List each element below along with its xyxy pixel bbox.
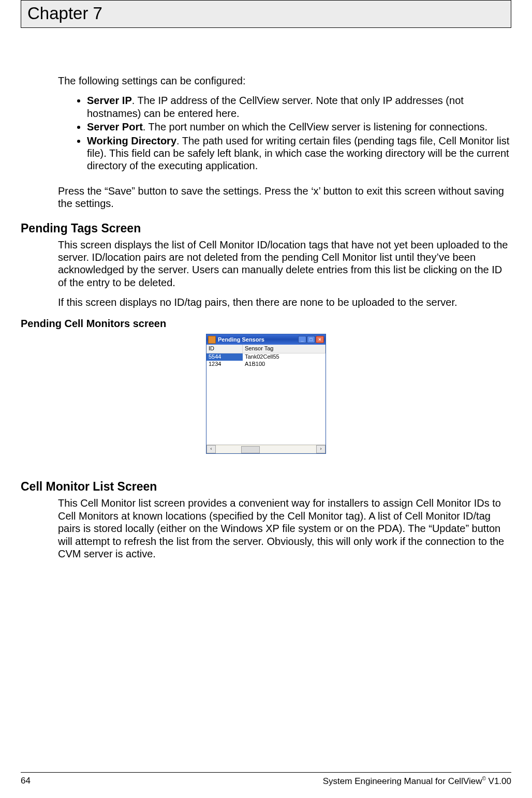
pending-sensors-window: Pending Sensors _ □ × ID Sensor Tag 5544… <box>206 334 326 454</box>
scroll-thumb[interactable] <box>241 446 260 453</box>
horizontal-scrollbar[interactable]: ‹ › <box>206 445 326 453</box>
cellmon-body: This Cell Monitor list screen provides a… <box>58 497 511 560</box>
settings-bullet-list: Server IP. The IP address of the CellVie… <box>58 94 511 172</box>
bullet-label: Server Port <box>87 121 143 132</box>
maximize-button[interactable]: □ <box>307 336 315 343</box>
bullet-label: Server IP <box>87 95 132 106</box>
footer-text-b: V1.00 <box>486 776 511 786</box>
bullet-working-directory: Working Directory. The path used for wri… <box>87 135 511 172</box>
scroll-right-arrow-icon[interactable]: › <box>316 445 326 453</box>
chapter-header-box: Chapter 7 <box>21 0 511 28</box>
bullet-text: . The port number on which the CellView … <box>143 121 487 132</box>
list-column-headers: ID Sensor Tag <box>206 345 326 353</box>
column-header-sensor-tag[interactable]: Sensor Tag <box>243 345 326 353</box>
pending-paragraph-1: This screen displays the list of Cell Mo… <box>58 239 511 289</box>
bullet-server-ip: Server IP. The IP address of the CellVie… <box>87 94 511 120</box>
bullet-text: . The IP address of the CellView server.… <box>87 95 464 119</box>
bullet-server-port: Server Port. The port number on which th… <box>87 121 511 133</box>
minimize-button[interactable]: _ <box>298 336 306 343</box>
window-client-area: ID Sensor Tag 5544 Tank02Cell55 1234 A1B… <box>206 345 326 453</box>
pending-body: This screen displays the list of Cell Mo… <box>58 239 511 309</box>
page-number: 64 <box>21 776 31 787</box>
footer-copyright-icon: © <box>482 776 485 781</box>
list-row[interactable]: 5544 Tank02Cell55 <box>206 353 326 361</box>
pending-paragraph-2: If this screen displays no ID/tag pairs,… <box>58 296 511 308</box>
page-footer: 64 System Engineering Manual for CellVie… <box>21 772 511 787</box>
pending-sensors-screenshot: Pending Sensors _ □ × ID Sensor Tag 5544… <box>21 334 511 454</box>
scroll-left-arrow-icon[interactable]: ‹ <box>206 445 216 453</box>
bullet-label: Working Directory <box>87 135 176 146</box>
list-row[interactable]: 1234 A1B100 <box>206 361 326 368</box>
footer-text-a: System Engineering Manual for CellView <box>323 776 482 786</box>
window-buttons: _ □ × <box>298 336 324 343</box>
close-button[interactable]: × <box>316 336 324 343</box>
window-title: Pending Sensors <box>218 336 298 343</box>
pending-cellmon-subheading: Pending Cell Monitors screen <box>21 318 511 330</box>
intro-paragraph: The following settings can be configured… <box>58 75 511 87</box>
window-titlebar: Pending Sensors _ □ × <box>206 334 326 345</box>
cell-monitor-list-heading: Cell Monitor List Screen <box>21 480 511 494</box>
pending-tags-heading: Pending Tags Screen <box>21 221 511 235</box>
body-block-1: The following settings can be configured… <box>58 75 511 210</box>
save-instruction-paragraph: Press the “Save” button to save the sett… <box>58 185 511 210</box>
cell-id: 1234 <box>206 361 243 368</box>
footer-right: System Engineering Manual for CellView© … <box>323 776 511 787</box>
column-header-id[interactable]: ID <box>206 345 243 353</box>
cell-tag: Tank02Cell55 <box>243 353 326 361</box>
cell-tag: A1B100 <box>243 361 326 368</box>
chapter-title: Chapter 7 <box>27 4 505 23</box>
cell-id: 5544 <box>206 353 243 361</box>
scroll-track[interactable] <box>216 446 316 453</box>
cellmon-paragraph-1: This Cell Monitor list screen provides a… <box>58 497 511 560</box>
page: Chapter 7 The following settings can be … <box>0 0 532 798</box>
app-icon <box>208 336 216 344</box>
